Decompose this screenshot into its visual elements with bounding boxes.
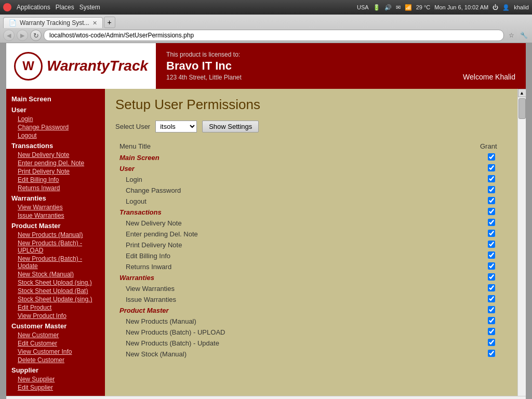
grant-checkbox-cell[interactable] xyxy=(476,261,507,272)
forward-button[interactable]: ▶ xyxy=(17,30,28,41)
grant-checkbox[interactable] xyxy=(488,175,495,182)
grant-checkbox[interactable] xyxy=(488,273,495,281)
tab-close-button[interactable]: ✕ xyxy=(92,20,97,26)
sidebar-section-main: Main Screen xyxy=(6,93,105,104)
sidebar-link-view-warranties[interactable]: View Warranties xyxy=(6,203,105,211)
grant-checkbox-cell[interactable] xyxy=(476,152,507,163)
grant-checkbox-cell[interactable] xyxy=(476,163,507,174)
grant-checkbox[interactable] xyxy=(488,317,495,324)
grant-checkbox[interactable] xyxy=(488,241,495,248)
sidebar-link-new-stock-manual[interactable]: New Stock (Manual) xyxy=(6,270,105,278)
scrollbar-bottom[interactable] xyxy=(6,396,526,399)
sidebar-link-issue-warranties[interactable]: Issue Warranties xyxy=(6,211,105,220)
grant-checkbox[interactable] xyxy=(488,262,495,270)
grant-checkbox[interactable] xyxy=(488,153,495,161)
company-address: 123 4th Street, Little Planet xyxy=(166,74,442,81)
os-power-icon: ⏻ xyxy=(493,4,498,10)
sidebar-link-new-supplier[interactable]: New Supplier xyxy=(6,375,105,383)
sidebar-link-enter-pending[interactable]: Enter pending Del. Note xyxy=(6,159,105,167)
grant-checkbox[interactable] xyxy=(488,350,495,357)
perm-item-label: View Warranties xyxy=(115,283,476,294)
sidebar-link-new-delivery-note[interactable]: New Delivery Note xyxy=(6,151,105,159)
sidebar-link-stock-sheet-update[interactable]: Stock Sheet Update (sing.) xyxy=(6,295,105,303)
grant-checkbox-cell[interactable] xyxy=(476,196,507,207)
grant-checkbox[interactable] xyxy=(488,208,495,215)
grant-checkbox[interactable] xyxy=(488,186,495,193)
grant-checkbox[interactable] xyxy=(488,339,495,346)
grant-checkbox-cell[interactable] xyxy=(476,327,507,338)
sidebar-link-edit-product[interactable]: Edit Product xyxy=(6,303,105,312)
show-settings-button[interactable]: Show Settings xyxy=(202,121,259,132)
grant-checkbox-cell[interactable] xyxy=(476,229,507,240)
sidebar-link-logout[interactable]: Logout xyxy=(6,131,105,140)
licensed-label: This product is licensed to: xyxy=(166,51,442,58)
grant-checkbox[interactable] xyxy=(488,295,495,302)
sidebar-link-stock-sheet-sing[interactable]: Stock Sheet Upload (sing.) xyxy=(6,278,105,287)
url-input[interactable] xyxy=(44,30,504,41)
grant-checkbox-cell[interactable] xyxy=(476,338,507,349)
table-row: Warranties xyxy=(115,272,507,283)
sidebar-link-edit-billing[interactable]: Edit Billing Info xyxy=(6,176,105,184)
sidebar-link-new-customer[interactable]: New Customer xyxy=(6,331,105,339)
sidebar-link-view-product-info[interactable]: View Product Info xyxy=(6,312,105,320)
sidebar-link-view-customer-info[interactable]: View Customer Info xyxy=(6,348,105,356)
scrollbar-right[interactable]: ▲ xyxy=(517,89,526,396)
grant-checkbox[interactable] xyxy=(488,251,495,259)
grant-checkbox-cell[interactable] xyxy=(476,283,507,294)
welcome-text: Welcome Khalid xyxy=(453,43,526,89)
grant-checkbox-cell[interactable] xyxy=(476,185,507,196)
os-applications-menu[interactable]: Applications xyxy=(17,4,50,11)
grant-checkbox-cell[interactable] xyxy=(476,349,507,360)
sidebar-link-edit-customer[interactable]: Edit Customer xyxy=(6,339,105,348)
sidebar-link-change-password[interactable]: Change Password xyxy=(6,123,105,131)
select-user-label: Select User xyxy=(115,123,150,130)
grant-checkbox[interactable] xyxy=(488,328,495,335)
os-places-menu[interactable]: Places xyxy=(56,4,74,11)
user-select[interactable]: itsols xyxy=(155,121,197,132)
sidebar-link-login[interactable]: Login xyxy=(6,115,105,123)
perm-item-label: Returns Inward xyxy=(115,261,476,272)
back-button[interactable]: ◀ xyxy=(3,30,15,41)
logo-text: WarrantyTrack xyxy=(47,58,148,74)
grant-checkbox-cell[interactable] xyxy=(476,305,507,316)
grant-checkbox[interactable] xyxy=(488,164,495,171)
sidebar-link-new-products-manual[interactable]: New Products (Manual) xyxy=(6,231,105,239)
new-tab-button[interactable]: + xyxy=(104,17,115,28)
grant-checkbox-cell[interactable] xyxy=(476,174,507,185)
bookmark-icon[interactable]: ☆ xyxy=(506,30,516,41)
scroll-thumb[interactable] xyxy=(518,98,526,119)
sidebar-link-print-delivery[interactable]: Print Delivery Note xyxy=(6,167,105,176)
grant-checkbox-cell[interactable] xyxy=(476,316,507,327)
table-row: Print Delivery Note xyxy=(115,240,507,250)
sidebar-link-stock-sheet-bat[interactable]: Stock Sheet Upload (Bat) xyxy=(6,287,105,295)
active-tab[interactable]: 📄 Warranty Tracking Syst... ✕ xyxy=(3,17,103,28)
perm-item-label: Print Delivery Note xyxy=(115,240,476,250)
table-row: Main Screen xyxy=(115,152,507,163)
grant-checkbox-cell[interactable] xyxy=(476,294,507,305)
sidebar-link-new-products-batch-upload[interactable]: New Products (Batch) - UPLOAD xyxy=(6,239,105,255)
table-row: Logout xyxy=(115,196,507,207)
content-wrapper: Main Screen User Login Change Password L… xyxy=(6,89,526,396)
sidebar-link-new-products-batch-update[interactable]: New Products (Batch) - Update xyxy=(6,255,105,270)
grant-checkbox[interactable] xyxy=(488,284,495,291)
perm-item-label: Change Password xyxy=(115,185,476,196)
refresh-button[interactable]: ↻ xyxy=(30,30,42,41)
grant-checkbox[interactable] xyxy=(488,197,495,204)
sidebar-link-returns[interactable]: Returns Inward xyxy=(6,184,105,192)
tools-icon[interactable]: 🔧 xyxy=(518,30,529,41)
grant-checkbox[interactable] xyxy=(488,306,495,313)
scroll-up-arrow[interactable]: ▲ xyxy=(518,89,526,97)
table-row: Login xyxy=(115,174,507,185)
perm-section-label: User xyxy=(115,163,476,174)
sidebar-link-edit-supplier[interactable]: Edit Supplier xyxy=(6,383,105,392)
table-row: New Stock (Manual) xyxy=(115,349,507,360)
sidebar-link-delete-customer[interactable]: Delete Customer xyxy=(6,356,105,364)
grant-checkbox-cell[interactable] xyxy=(476,218,507,229)
grant-checkbox-cell[interactable] xyxy=(476,272,507,283)
grant-checkbox-cell[interactable] xyxy=(476,250,507,261)
grant-checkbox-cell[interactable] xyxy=(476,207,507,218)
os-system-menu[interactable]: System xyxy=(79,4,100,11)
grant-checkbox-cell[interactable] xyxy=(476,240,507,250)
grant-checkbox[interactable] xyxy=(488,230,495,237)
grant-checkbox[interactable] xyxy=(488,219,495,226)
